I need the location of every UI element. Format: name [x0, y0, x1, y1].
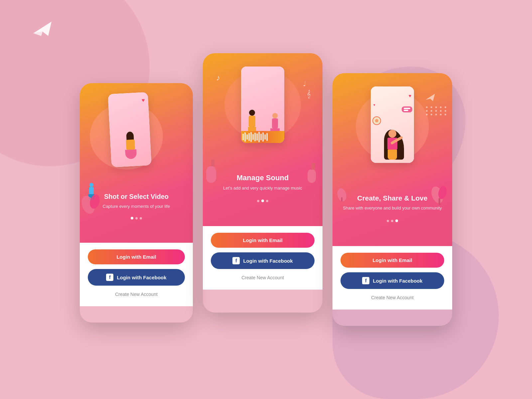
card-right-subtitle: Share with everyone and build your own c… [339, 205, 446, 211]
dot-c3 [266, 200, 268, 202]
card-left-facebook-button[interactable]: f Login with Facebook [88, 269, 185, 286]
card-left-bottom: Login with Email f Login with Facebook C… [80, 243, 193, 306]
card-center-facebook-label: Login with Facebook [243, 258, 293, 264]
card-center-create-button[interactable]: Create New Account [240, 274, 285, 282]
dot-3 [140, 217, 142, 219]
card-right-bottom: Login with Email f Login with Facebook C… [332, 246, 452, 310]
dot-c1 [257, 200, 259, 202]
card-right-phone-frame: ♥ ♥ [371, 86, 414, 163]
card-right-facebook-button[interactable]: f Login with Facebook [340, 272, 444, 289]
dot-1 [131, 217, 133, 219]
music-note-1: ♪ [216, 73, 220, 82]
dot-r1 [387, 220, 389, 222]
card-center-gradient: ♪ ♩ 𝄞 [203, 53, 323, 226]
dots-pattern [426, 106, 447, 115]
card-left-phone-frame: ♥ [108, 92, 151, 167]
card-right-email-button[interactable]: Login with Email [340, 253, 444, 268]
card-center-facebook-button[interactable]: f Login with Facebook [211, 252, 315, 269]
card-right-gradient: ♥ ♥ [332, 73, 452, 246]
card-left-create-button[interactable]: Create New Account [114, 290, 159, 298]
facebook-icon-right: f [362, 277, 369, 284]
card-center: ♪ ♩ 𝄞 [203, 53, 323, 313]
music-note-3: 𝄞 [307, 90, 311, 98]
card-left-gradient: ♥ Shot or Select Video Capture every mom… [80, 83, 193, 243]
svg-marker-9 [426, 94, 435, 101]
card-right-create-button[interactable]: Create New Account [370, 294, 415, 302]
card-right: ♥ ♥ [332, 73, 452, 326]
card-right-paper-plane [426, 93, 436, 103]
card-right-facebook-label: Login with Facebook [373, 278, 422, 284]
dot-2 [135, 217, 138, 219]
card-left-facebook-label: Login with Facebook [117, 275, 166, 280]
card-center-title-area: Manage Sound Let's add and very quickly … [203, 174, 323, 192]
card-center-phone-frame [241, 66, 284, 143]
paper-plane-icon [33, 20, 53, 37]
dot-r3 [395, 219, 398, 222]
cards-container: ♥ Shot or Select Video Capture every mom… [80, 53, 452, 346]
facebook-icon-left: f [106, 274, 113, 281]
card-left-dots [80, 217, 193, 219]
card-left-title: Shot or Select Video [86, 193, 186, 200]
card-left: ♥ Shot or Select Video Capture every mom… [80, 83, 193, 323]
card-center-dots [203, 200, 323, 202]
card-right-title: Create, Share & Love [339, 194, 446, 202]
dot-r2 [391, 220, 393, 222]
card-right-dots [332, 219, 452, 222]
card-left-subtitle: Capture every moments of your life [86, 203, 186, 210]
facebook-icon-center: f [232, 257, 240, 264]
card-right-title-area: Create, Share & Love Share with everyone… [332, 194, 452, 211]
card-center-title: Manage Sound [209, 174, 316, 182]
card-left-title-area: Shot or Select Video Capture every momen… [80, 193, 193, 210]
card-center-bottom: Login with Email f Login with Facebook C… [203, 226, 323, 290]
dot-c2 [261, 200, 264, 202]
card-left-email-button[interactable]: Login with Email [88, 249, 185, 264]
card-center-subtitle: Let's add and very quickly manage music [209, 185, 316, 192]
music-note-2: ♩ [303, 80, 306, 88]
card-center-email-button[interactable]: Login with Email [211, 233, 315, 248]
